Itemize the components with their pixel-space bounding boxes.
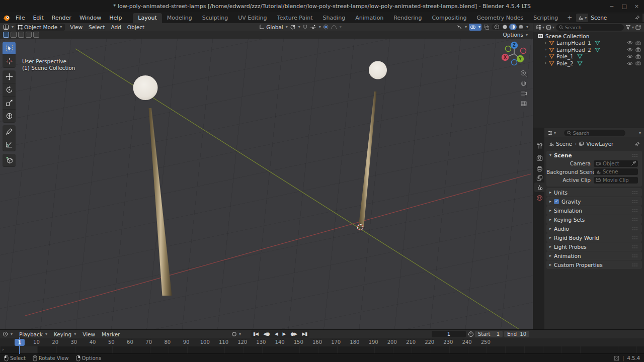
keying-dropdown-caret[interactable]: ▾ [239, 332, 241, 336]
expand-icon[interactable]: › [543, 41, 548, 45]
workspace-tab-rendering[interactable]: Rendering [388, 13, 427, 23]
viewport-menu-object[interactable]: Object [127, 24, 144, 30]
hide-in-viewport-icon[interactable] [627, 48, 633, 52]
frame-start-field[interactable]: Start1 [475, 331, 503, 337]
properties-editor-type-button[interactable]: ▾ [547, 130, 556, 136]
current-frame-field[interactable]: 1 [432, 331, 466, 337]
background-scene-field[interactable]: Scene [594, 168, 638, 175]
pin-scene-icon[interactable] [635, 15, 640, 20]
outliner-row-pole-2[interactable]: ›Pole_2 [533, 60, 644, 67]
mode-dropdown[interactable]: Object Mode▾ [16, 24, 65, 31]
workspace-tab-modeling[interactable]: Modeling [162, 13, 197, 23]
previous-keyframe-button[interactable]: ◀● [261, 330, 272, 338]
menu-help[interactable]: Help [105, 14, 126, 22]
workspace-tab-animation[interactable]: Animation [350, 13, 388, 23]
properties-tab-render[interactable] [534, 153, 544, 163]
outliner-display-mode-button[interactable]: ▾ [546, 25, 554, 30]
select-mode-intersect-button[interactable] [33, 32, 39, 38]
outliner-editor-type-button[interactable]: ▾ [536, 25, 544, 30]
properties-tab-output[interactable] [534, 164, 544, 173]
tool-transform-button[interactable] [3, 110, 16, 123]
timeline-tracks[interactable]: › [0, 346, 644, 354]
gravity-checkbox[interactable]: ✓ [554, 199, 559, 204]
outliner-search-input[interactable]: Search [556, 24, 624, 31]
tool-rotate-button[interactable] [3, 83, 16, 97]
maximize-button[interactable]: □ [621, 3, 626, 10]
next-keyframe-button[interactable]: ●▶ [288, 330, 300, 338]
timeline-menu-marker[interactable]: Marker [102, 331, 120, 337]
select-mode-invert-button[interactable] [26, 32, 32, 38]
outliner-filter-button[interactable]: ▾ [625, 25, 634, 30]
auto-keying-toggle[interactable] [231, 331, 237, 337]
pan-view-icon[interactable] [522, 81, 525, 86]
playhead[interactable]: 1 [15, 339, 25, 346]
menu-file[interactable]: File [12, 14, 29, 22]
breadcrumb-scene[interactable]: Scene [556, 141, 572, 147]
properties-tab-world[interactable] [534, 193, 544, 203]
jump-to-end-button[interactable]: ▶▮ [299, 330, 309, 338]
panel-units[interactable]: ▸Units [546, 188, 642, 197]
scene-panel-header[interactable]: ▾ Scene [546, 151, 642, 159]
workspace-tab-scripting[interactable]: Scripting [528, 13, 563, 23]
close-button[interactable]: × [634, 3, 639, 10]
show-gizmo-dropdown[interactable]: ▾ [456, 24, 467, 30]
proportional-size-dropdown[interactable]: ▾ [310, 24, 321, 30]
viewport-options-dropdown[interactable]: Options▾ [503, 32, 530, 38]
disable-in-renders-icon[interactable] [635, 41, 641, 45]
workspace-tab-sculpting[interactable]: Sculpting [197, 13, 233, 23]
outliner-row-pole-1[interactable]: ›Pole_1 [533, 53, 644, 60]
orthographic-toggle-icon[interactable] [521, 102, 526, 106]
workspace-tab-layout[interactable]: Layout [133, 13, 162, 23]
tool-add-cube-button[interactable] [3, 154, 16, 167]
properties-tab-view-layer[interactable] [534, 173, 544, 183]
preview-range-icon[interactable] [468, 331, 474, 337]
proportional-editing-toggle[interactable] [323, 24, 329, 30]
minimize-button[interactable]: − [609, 3, 614, 10]
shading-solid-button[interactable] [501, 24, 509, 30]
panel-gravity[interactable]: ▸✓Gravity [546, 197, 642, 206]
proportional-falloff-dropdown[interactable]: ▾ [331, 25, 342, 30]
properties-options-dropdown[interactable]: ▾ [639, 131, 641, 135]
timeline-menu-playback[interactable]: Playback ▾ [19, 331, 47, 337]
shading-wireframe-button[interactable] [493, 24, 501, 30]
viewport-menu-select[interactable]: Select [89, 24, 105, 30]
breadcrumb-view-layer[interactable]: ViewLayer [586, 141, 613, 147]
viewport-menu-add[interactable]: Add [111, 24, 121, 30]
properties-tab-scene[interactable] [534, 183, 544, 192]
workspace-tab-uv-editing[interactable]: UV Editing [233, 13, 272, 23]
scene-name-field[interactable]: Scene [588, 14, 642, 22]
add-workspace-button[interactable]: + [563, 14, 576, 21]
xray-toggle[interactable] [484, 24, 490, 30]
viewport-canvas[interactable]: Z X Y [0, 39, 533, 329]
menu-edit[interactable]: Edit [29, 14, 47, 22]
outliner-row-scene-collection[interactable]: Scene Collection [533, 33, 644, 40]
snap-magnet-toggle[interactable] [302, 24, 308, 30]
viewport-menu-view[interactable]: View [70, 24, 83, 30]
navigation-gizmo[interactable]: Z X Y [502, 42, 526, 65]
tool-measure-button[interactable] [3, 138, 16, 151]
street-lamp-left[interactable] [133, 75, 172, 296]
pin-id-icon[interactable] [634, 141, 640, 147]
select-mode-subtract-button[interactable] [18, 32, 24, 38]
camera-field[interactable]: Object [594, 160, 638, 167]
expand-icon[interactable]: › [543, 61, 548, 65]
gizmo-neg-x[interactable] [521, 48, 526, 54]
shading-rendered-button[interactable] [517, 24, 525, 30]
eyedropper-icon[interactable] [631, 161, 636, 166]
play-button[interactable]: ▶ [280, 330, 288, 338]
workspace-tab-shading[interactable]: Shading [318, 13, 351, 23]
transform-orientation-dropdown[interactable]: Global▾ [259, 24, 288, 30]
play-reverse-button[interactable]: ◀ [272, 330, 280, 338]
outliner-row-lamphead-2[interactable]: ›LampHead_2 [533, 46, 644, 53]
expand-icon[interactable]: › [543, 47, 548, 52]
jump-to-start-button[interactable]: ▮◀ [251, 330, 261, 338]
hide-in-viewport-icon[interactable] [627, 41, 633, 45]
editor-type-button[interactable]: ▾ [3, 24, 14, 30]
properties-search-input[interactable]: Search [564, 130, 625, 136]
timeline-menu-keying[interactable]: Keying ▾ [54, 331, 76, 337]
menu-render[interactable]: Render [48, 14, 75, 22]
new-collection-button[interactable] [635, 25, 641, 30]
workspace-tab-geometry-nodes[interactable]: Geometry Nodes [471, 13, 528, 23]
properties-tab-tool[interactable] [534, 141, 544, 151]
active-clip-field[interactable]: Movie Clip [594, 177, 638, 184]
